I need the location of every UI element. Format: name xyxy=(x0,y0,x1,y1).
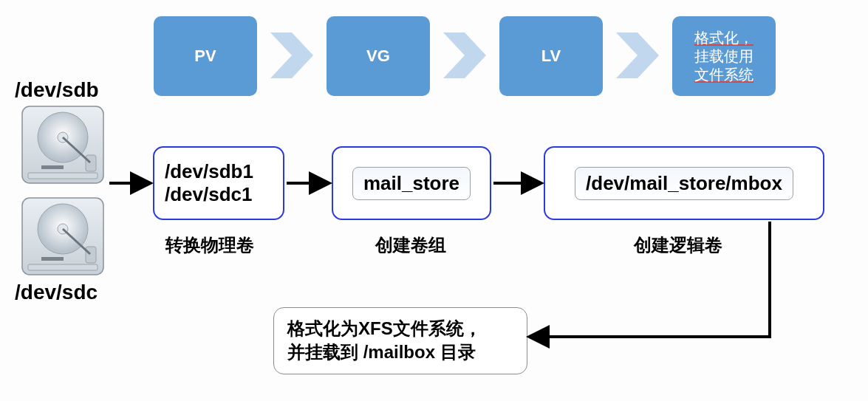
pv-devices-box: /dev/sdb1 /dev/sdc1 xyxy=(153,146,284,220)
chevron-icon xyxy=(443,32,486,78)
caption-pv: 转换物理卷 xyxy=(165,233,254,257)
svg-marker-0 xyxy=(270,32,313,78)
vg-name-pill: mail_store xyxy=(352,167,471,200)
hard-disk-icon xyxy=(19,195,106,278)
svg-rect-7 xyxy=(28,173,98,179)
stage-pv-label: PV xyxy=(194,47,216,66)
hard-disk-icon xyxy=(19,103,106,186)
chevron-icon xyxy=(616,32,659,78)
svg-marker-1 xyxy=(443,32,486,78)
stage-vg-label: VG xyxy=(366,47,390,66)
format-line2: 并挂载到 /mailbox 目录 xyxy=(287,340,513,364)
stage-lv-label: LV xyxy=(541,47,561,66)
svg-rect-8 xyxy=(86,155,96,171)
disk-bottom-label: /dev/sdc xyxy=(15,281,98,304)
chevron-icon xyxy=(270,32,313,78)
caption-vg: 创建卷组 xyxy=(375,233,446,257)
stage-pv-box: PV xyxy=(154,16,257,96)
pv-device-1: /dev/sdb1 xyxy=(165,160,273,183)
svg-rect-6 xyxy=(41,165,64,169)
stage-final-box: 格式化， 挂载使用 文件系统 xyxy=(672,16,776,96)
lv-box: /dev/mail_store/mbox xyxy=(544,146,824,220)
format-mount-box: 格式化为XFS文件系统， 并挂载到 /mailbox 目录 xyxy=(273,307,527,374)
stage-lv-box: LV xyxy=(499,16,603,96)
stage-final-line3: 文件系统 xyxy=(694,66,753,84)
stage-final-line1: 格式化， xyxy=(694,29,753,47)
vg-box: mail_store xyxy=(332,146,491,220)
svg-rect-13 xyxy=(28,264,98,270)
caption-lv: 创建逻辑卷 xyxy=(634,233,722,257)
svg-rect-14 xyxy=(86,247,96,263)
format-line1: 格式化为XFS文件系统， xyxy=(287,317,513,340)
pv-device-2: /dev/sdc1 xyxy=(165,183,273,206)
stage-vg-box: VG xyxy=(327,16,430,96)
disk-top-label: /dev/sdb xyxy=(15,78,99,102)
svg-rect-12 xyxy=(41,257,64,261)
svg-marker-2 xyxy=(616,32,659,78)
stage-final-line2: 挂载使用 xyxy=(694,47,753,66)
lv-path-pill: /dev/mail_store/mbox xyxy=(575,167,793,200)
